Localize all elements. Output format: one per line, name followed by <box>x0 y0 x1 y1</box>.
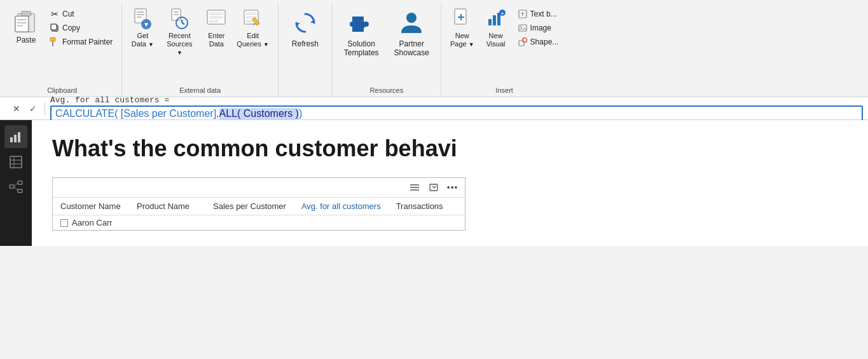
new-page-icon <box>451 8 474 30</box>
text-box-label: Text b... <box>530 10 557 18</box>
image-label: Image <box>530 24 551 32</box>
ribbon-group-insert: NewPage ▼ + <box>441 3 567 97</box>
svg-rect-56 <box>10 185 14 188</box>
table-lines-icon[interactable] <box>408 180 422 194</box>
formula-controls: ✕ ✓ <box>5 102 45 115</box>
clipboard-group-label: Clipboard <box>3 86 121 94</box>
svg-rect-3 <box>17 19 27 20</box>
clipboard-small-buttons: ✂ Cut Copy <box>46 5 116 48</box>
formula-prefix: CALCULATE( [Sales per Customer], <box>55 108 219 119</box>
get-data-button[interactable]: ▼ GetData ▼ <box>127 5 158 51</box>
formula-suffix: ) <box>299 108 302 119</box>
ribbon-group-refresh: Refresh . <box>279 3 333 97</box>
copy-button[interactable]: Copy <box>46 22 116 34</box>
formula-input-area[interactable]: Avg. for all customers = CALCULATE( [Sal… <box>50 95 863 122</box>
new-page-button[interactable]: NewPage ▼ <box>446 5 478 51</box>
svg-rect-5 <box>17 25 24 27</box>
shapes-button[interactable]: Shape... <box>514 36 563 48</box>
refresh-label: Refresh <box>292 39 319 48</box>
new-visual-label: NewVisual <box>486 32 506 48</box>
enter-data-label: EnterData <box>208 32 224 48</box>
text-box-icon: T <box>518 9 528 19</box>
image-icon <box>518 23 528 33</box>
insert-group-label: Insert <box>441 86 567 94</box>
svg-text:▼: ▼ <box>143 21 149 28</box>
table-more-icon[interactable]: ••• <box>446 180 460 194</box>
svg-marker-33 <box>296 23 300 27</box>
image-button[interactable]: Image <box>514 22 563 34</box>
svg-rect-2 <box>15 16 29 32</box>
col-product-name: Product Name <box>129 198 205 215</box>
content-area: What's the common customer behavi <box>32 120 868 246</box>
formula-highlighted-portion: ALL( Customers ) <box>219 108 299 119</box>
sidebar-icon-bar-chart[interactable] <box>4 125 27 148</box>
row-checkbox[interactable] <box>60 219 68 227</box>
svg-rect-11 <box>137 11 144 13</box>
svg-rect-49 <box>10 137 13 142</box>
sidebar-icon-table[interactable] <box>4 151 27 173</box>
svg-rect-7 <box>51 24 57 30</box>
partner-showcase-icon <box>396 8 427 38</box>
ribbon-group-external-data: ▼ GetData ▼ <box>122 3 279 97</box>
svg-rect-12 <box>137 14 144 15</box>
solution-templates-button[interactable]: SolutionTemplates <box>338 5 385 60</box>
paste-button[interactable]: Paste <box>8 5 45 47</box>
table-header: Customer Name Product Name Sales per Cus… <box>53 198 465 215</box>
svg-text:+: + <box>500 11 504 17</box>
cut-button[interactable]: ✂ Cut <box>46 8 116 20</box>
page-title: What's the common customer behavi <box>52 135 848 162</box>
formula-cancel-button[interactable]: ✕ <box>10 102 23 115</box>
svg-rect-39 <box>493 15 496 25</box>
svg-rect-51 <box>18 132 20 142</box>
solution-templates-icon <box>346 8 376 38</box>
svg-marker-32 <box>310 19 314 23</box>
col-transactions: Transactions <box>389 198 465 215</box>
ribbon-group-resources: SolutionTemplates PartnerShowcase Resour… <box>333 3 441 97</box>
new-visual-button[interactable]: + NewVisual <box>481 5 511 51</box>
svg-text:T: T <box>521 12 524 17</box>
format-painter-button[interactable]: Format Painter <box>46 36 116 48</box>
col-sales-per-customer: Sales per Customer <box>205 198 294 215</box>
table-toolbar: ••• <box>53 178 465 198</box>
cut-icon: ✂ <box>50 9 60 19</box>
partner-showcase-label: PartnerShowcase <box>394 39 429 57</box>
svg-rect-17 <box>174 11 179 13</box>
svg-rect-1 <box>21 11 31 17</box>
svg-line-59 <box>14 183 18 187</box>
svg-rect-25 <box>209 20 218 22</box>
partner-showcase-button[interactable]: PartnerShowcase <box>388 5 436 60</box>
data-table-widget: ••• Customer Name Product Name Sales per… <box>52 177 465 231</box>
cell-customer-name: Aaron Carr <box>53 215 129 230</box>
resources-group-label: Resources <box>333 86 441 94</box>
svg-rect-4 <box>17 22 27 24</box>
enter-data-icon <box>205 8 228 30</box>
formula-bar: ✕ ✓ Avg. for all customers = CALCULATE( … <box>0 97 868 120</box>
sidebar-icon-data-model[interactable] <box>4 176 27 199</box>
new-visual-icon: + <box>485 8 507 30</box>
format-painter-icon <box>50 37 60 47</box>
formula-confirm-button[interactable]: ✓ <box>27 102 39 115</box>
svg-rect-58 <box>18 189 22 193</box>
svg-rect-50 <box>14 135 17 142</box>
edit-queries-label: EditQueries ▼ <box>237 32 269 48</box>
col-avg-all-customers: Avg. for all customers <box>294 198 389 215</box>
customer-name-value: Aaron Carr <box>72 218 113 227</box>
svg-rect-18 <box>174 14 179 15</box>
edit-queries-button[interactable]: EditQueries ▼ <box>233 5 273 51</box>
text-box-button[interactable]: T Text b... <box>514 8 563 20</box>
enter-data-button[interactable]: EnterData <box>201 5 231 51</box>
formula-expression-box[interactable]: CALCULATE( [Sales per Customer], ALL( Cu… <box>50 105 863 122</box>
refresh-button[interactable]: Refresh <box>284 5 327 51</box>
table-expand-icon[interactable] <box>427 180 441 194</box>
copy-icon <box>50 23 60 33</box>
col-customer-name: Customer Name <box>53 198 129 215</box>
svg-point-34 <box>406 13 417 23</box>
recent-sources-button[interactable]: RecentSources ▼ <box>159 5 200 60</box>
left-sidebar <box>0 120 32 246</box>
ribbon: Paste ✂ Cut Co <box>0 0 868 97</box>
svg-rect-52 <box>10 156 22 168</box>
svg-rect-8 <box>50 37 55 41</box>
svg-rect-57 <box>18 181 22 184</box>
ribbon-group-clipboard: Paste ✂ Cut Co <box>3 3 122 97</box>
svg-line-21 <box>182 23 184 24</box>
